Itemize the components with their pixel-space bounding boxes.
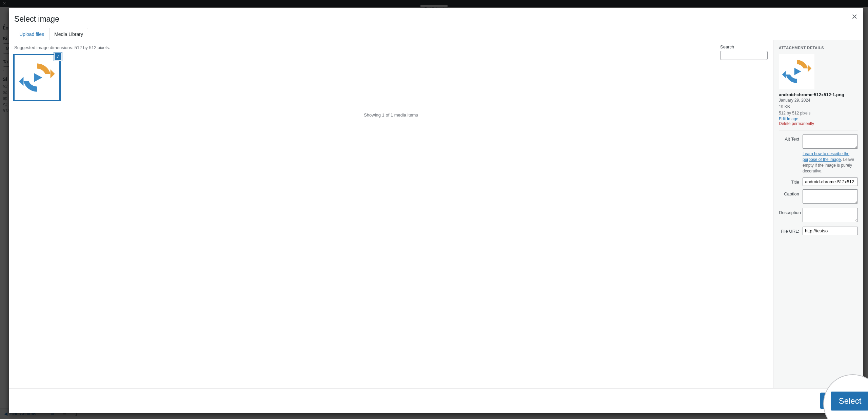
sync-play-icon <box>782 56 812 87</box>
edit-image-link[interactable]: Edit Image <box>779 117 798 121</box>
details-heading: ATTACHMENT DETAILS <box>779 46 858 50</box>
detail-filename: android-chrome-512x512-1.png <box>779 92 858 97</box>
description-row: Description <box>779 208 858 223</box>
search-label: Search <box>720 44 768 49</box>
detail-size: 19 KB <box>779 104 858 110</box>
svg-marker-3 <box>808 65 811 72</box>
attachment-details: ATTACHMENT DETAILS android-chrome-512x51… <box>773 40 863 388</box>
select-image-modal: ✕ Select image Upload files Media Librar… <box>9 8 863 413</box>
delete-permanently-link[interactable]: Delete permanently <box>779 121 814 126</box>
svg-marker-2 <box>34 73 42 82</box>
alt-text-help: Learn how to describe the purpose of the… <box>803 151 858 174</box>
file-url-label: File URL: <box>779 227 803 234</box>
media-thumbs: ✓ <box>14 55 768 100</box>
svg-marker-0 <box>51 69 55 78</box>
select-button-highlight[interactable]: Select <box>831 392 868 411</box>
caption-row: Caption <box>779 189 858 205</box>
title-label: Title <box>779 177 803 185</box>
modal-footer: Select <box>9 388 863 413</box>
media-thumb[interactable]: ✓ <box>14 55 60 100</box>
sync-play-icon <box>18 59 56 96</box>
title-row: Title <box>779 177 858 186</box>
details-divider <box>779 130 858 130</box>
file-url-input[interactable] <box>803 227 858 235</box>
svg-marker-1 <box>19 77 23 86</box>
alt-text-label: Alt Text <box>779 134 803 142</box>
detail-dims: 512 by 512 pixels <box>779 110 858 117</box>
description-label: Description <box>779 208 803 215</box>
svg-marker-5 <box>794 68 801 76</box>
caption-label: Caption <box>779 189 803 196</box>
checkmark-icon[interactable]: ✓ <box>54 53 62 61</box>
search-wrap: Search <box>720 44 768 60</box>
modal-title: Select image <box>14 14 858 24</box>
description-input[interactable] <box>803 208 858 222</box>
detail-date: January 29, 2024 <box>779 97 858 104</box>
dimensions-hint: Suggested image dimensions: 512 by 512 p… <box>14 45 768 50</box>
modal-body: Suggested image dimensions: 512 by 512 p… <box>9 40 863 388</box>
title-input[interactable] <box>803 177 858 186</box>
alt-text-row: Alt Text Learn how to describe the purpo… <box>779 134 858 174</box>
detail-preview <box>779 54 814 89</box>
alt-text-input[interactable] <box>803 134 858 149</box>
tab-upload-files[interactable]: Upload files <box>14 28 49 40</box>
tab-media-library[interactable]: Media Library <box>49 28 88 40</box>
modal-header: Select image <box>9 8 863 28</box>
file-url-row: File URL: <box>779 227 858 235</box>
media-library-area: Suggested image dimensions: 512 by 512 p… <box>9 40 773 388</box>
modal-tabs: Upload files Media Library <box>9 28 863 40</box>
caption-input[interactable] <box>803 189 858 204</box>
close-icon[interactable]: ✕ <box>848 11 861 23</box>
search-input[interactable] <box>720 51 768 60</box>
media-count: Showing 1 of 1 media items <box>14 112 768 118</box>
svg-marker-4 <box>782 71 786 79</box>
